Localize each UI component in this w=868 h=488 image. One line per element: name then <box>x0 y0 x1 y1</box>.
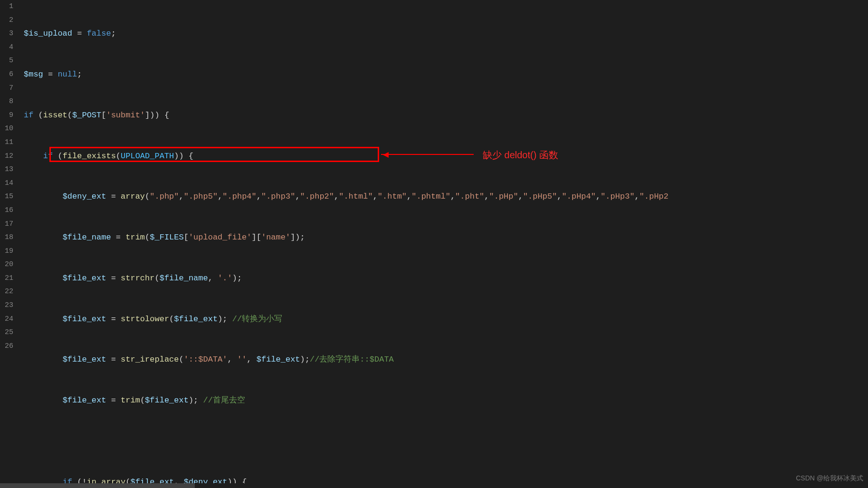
line-number: 21 <box>0 272 13 286</box>
line-number: 12 <box>0 150 13 163</box>
line-number: 5 <box>0 54 13 68</box>
line-number-gutter: 1234567891011121314151617181920212223242… <box>0 0 18 488</box>
horizontal-scrollbar-thumb[interactable] <box>0 483 195 488</box>
line-number: 8 <box>0 95 13 109</box>
code-line: $file_ext = strtolower($file_ext); //转换为… <box>24 313 868 326</box>
line-number: 17 <box>0 218 13 231</box>
code-line: $is_upload = false; <box>24 27 868 41</box>
code-editor: 1234567891011121314151617181920212223242… <box>0 0 868 488</box>
code-line: if (file_exists(UPLOAD_PATH)) { <box>24 150 868 163</box>
line-number: 15 <box>0 190 13 204</box>
line-number: 23 <box>0 299 13 313</box>
code-line: $deny_ext = array(".php",".php5",".php4"… <box>24 190 868 204</box>
line-number: 7 <box>0 82 13 96</box>
code-line: $file_ext = str_ireplace('::$DATA', '', … <box>24 353 868 367</box>
code-line: $file_ext = strrchr($file_name, '.'); <box>24 272 868 286</box>
line-number: 26 <box>0 340 13 354</box>
code-line: $file_name = trim($_FILES['upload_file']… <box>24 231 868 245</box>
line-number: 10 <box>0 122 13 136</box>
line-number: 3 <box>0 27 13 41</box>
line-number: 14 <box>0 177 13 191</box>
line-number: 13 <box>0 163 13 177</box>
code-line: $msg = null; <box>24 68 868 82</box>
code-line: if (isset($_POST['submit'])) { <box>24 109 868 123</box>
code-line: $file_ext = trim($file_ext); //首尾去空 <box>24 394 868 408</box>
line-number: 25 <box>0 326 13 340</box>
line-number: 19 <box>0 245 13 258</box>
line-number: 18 <box>0 231 13 245</box>
line-number: 2 <box>0 14 13 28</box>
code-area[interactable]: $is_upload = false; $msg = null; if (iss… <box>18 0 868 488</box>
annotation-label: 缺少 deldot() 函数 <box>483 148 558 162</box>
line-number: 1 <box>0 0 13 14</box>
line-number: 24 <box>0 313 13 326</box>
line-number: 9 <box>0 109 13 123</box>
line-number: 16 <box>0 204 13 218</box>
horizontal-scrollbar[interactable] <box>0 483 868 488</box>
code-line-empty <box>24 435 868 449</box>
line-number: 6 <box>0 68 13 82</box>
line-number: 20 <box>0 258 13 272</box>
line-number: 11 <box>0 136 13 150</box>
line-number: 22 <box>0 285 13 299</box>
line-number: 4 <box>0 41 13 55</box>
